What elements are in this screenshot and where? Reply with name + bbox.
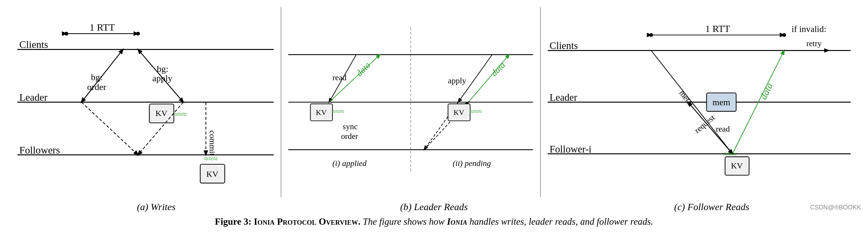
caption-leader-reads: (b) Leader Reads [295,201,573,213]
leader-reads-svg: read data KV ≈≈≈ sync order apply data [288,7,533,197]
kv-follower: KV [731,161,743,170]
kv-leader-applied: KV [316,108,327,117]
data-label-applied: data [354,60,372,78]
sync-order-label: sync [343,122,358,131]
follower-reads-svg: 1 RTT if invalid: Clients Leader Followe… [548,7,851,197]
diagrams-row: 1 RTT Clients Leader Followers [10,3,858,201]
bg-order-label: bg: [91,72,102,82]
caption-follower-reads: (c) Follower Reads [573,201,851,213]
kv-followers-writes: KV [206,169,218,179]
follower-i-label: Follower-i [549,143,592,155]
wavy2-writes: ≈≈≈ [204,154,218,163]
panel-leader-reads: read data KV ≈≈≈ sync order apply data [281,3,540,201]
bg-apply-label: bg: [157,64,168,74]
svg-point-29 [782,33,786,37]
if-invalid-label: if invalid: [791,24,826,34]
main-container: 1 RTT Clients Leader Followers [0,0,868,232]
caption-writes-text: (a) Writes [137,201,176,212]
caption-row: (a) Writes (b) Leader Reads (c) Follower… [10,201,858,213]
wavy-follower: ≈≈≈ [723,149,736,158]
applied-sublabel: (i) applied [332,159,367,168]
clients-label-writes: Clients [19,39,48,50]
leader-label-writes: Leader [19,92,47,103]
caption-follower-reads-text: (c) Follower Reads [674,201,749,212]
caption-writes: (a) Writes [17,201,295,213]
wavy-pending: ≈≈≈ [469,107,482,116]
apply-label-pending: apply [448,76,466,85]
writes-svg: 1 RTT Clients Leader Followers [17,7,274,197]
bg-apply-label2: apply [152,73,172,83]
sync-order-label2: order [341,132,359,141]
figure-caption: Figure 3: Ionia Protocol Overview. The f… [201,215,667,229]
clients-label-follower: Clients [549,40,578,51]
caption-leader-reads-text: (b) Leader Reads [400,201,468,212]
bg-order-label2: order [87,82,106,92]
read-label-follower: read [716,124,730,133]
rtt-label-follower: 1 RTT [705,23,730,34]
read-label-applied: read [332,73,347,82]
svg-line-13 [81,102,138,155]
svg-point-28 [649,33,653,37]
kv-leader-pending: KV [453,108,465,117]
leader-label-follower: Leader [549,92,577,103]
figure-number: Figure 3: [215,216,254,227]
panel-follower-reads: 1 RTT if invalid: Clients Leader Followe… [541,3,858,201]
panel-writes: 1 RTT Clients Leader Followers [10,3,281,201]
watermark: CSDN@®BOOKK [810,204,861,211]
figure-title-sc: Ionia Protocol Overview. [254,216,361,227]
pending-sublabel: (ii) pending [453,159,491,168]
svg-point-1 [65,32,69,35]
svg-line-22 [468,55,509,102]
followers-label-writes: Followers [19,144,60,156]
commit-label: commit [208,130,217,156]
retry-label: retry [806,39,822,48]
ionia-sc-1: Ionia [447,216,467,227]
svg-point-2 [136,32,140,35]
wavy-applied: ≈≈≈ [332,107,344,116]
rtt-label-writes: 1 RTT [90,22,115,33]
mem-label: mem [713,97,730,107]
meta-label: meta [677,89,694,107]
figure-caption-italic: The figure shows how Ionia handles write… [363,216,653,227]
kv-leader-writes: KV [155,109,167,118]
data-label-follower: data [758,81,775,101]
